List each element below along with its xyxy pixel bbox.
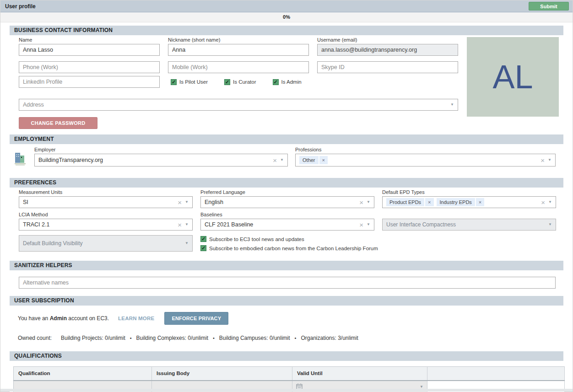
section-business-contact: BUSINESS CONTACT INFORMATION Name Nickna… <box>10 26 563 131</box>
address-select[interactable]: Address ▼ <box>19 99 458 111</box>
checkbox-checked-icon <box>200 236 206 242</box>
col-issuing-body: Issuing Body <box>152 367 292 381</box>
employment-section-header: EMPLOYMENT <box>10 134 563 144</box>
linkedin-profile-input[interactable] <box>19 76 160 88</box>
username-label: Username (email) <box>317 37 458 43</box>
nickname-field-group: Nickname (short name) <box>168 37 309 56</box>
profile-completion-progressbar: 0% <box>0 12 573 22</box>
subscribe-ec3-news-label: Subscribe to EC3 tool news and updates <box>209 236 304 242</box>
avatar-initials: AL <box>492 58 533 96</box>
employment-section-body: Employer BuildingTransparency.org × ▼ Pr… <box>10 144 563 171</box>
employer-label: Employer <box>34 147 288 152</box>
chevron-down-icon[interactable]: ▼ <box>185 200 189 204</box>
preferred-language-value: English <box>205 199 223 205</box>
is-curator-checkbox[interactable]: Is Curator <box>224 79 256 85</box>
phone-work-input[interactable] <box>19 61 160 73</box>
is-pilot-user-label: Is Pilot User <box>179 79 208 85</box>
clear-icon[interactable]: × <box>178 199 182 206</box>
subscription-section-body: You have an Admin account on EC3. LEARN … <box>10 306 563 348</box>
profession-tag: Other × <box>299 156 328 164</box>
qualifications-header-row: Qualification Issuing Body Valid Until <box>14 367 565 381</box>
chevron-down-icon: ▼ <box>185 242 189 245</box>
skype-id-input[interactable] <box>317 61 458 73</box>
chevron-down-icon[interactable]: ▼ <box>367 223 370 226</box>
user-profile-page: User profile Submit 0% BUSINESS CONTACT … <box>0 0 573 392</box>
owned-organizations: Organizations: 3/unlimit <box>290 335 358 341</box>
default-epd-types-label: Default EPD Types <box>382 189 556 195</box>
chevron-down-icon[interactable]: ▼ <box>420 385 423 389</box>
professions-select[interactable]: Other × × ▼ <box>295 154 556 166</box>
enforce-privacy-button[interactable]: ENFORCE PRIVACY <box>164 312 228 325</box>
epd-type-tag: Product EPDs × <box>386 198 434 206</box>
chevron-down-icon[interactable]: ▼ <box>185 223 189 226</box>
measurement-units-value: SI <box>23 199 28 205</box>
ui-compactness-placeholder: User Interface Compactness <box>386 221 456 228</box>
epd-type-tag: Industry EPDs × <box>437 198 485 206</box>
avatar: AL <box>467 37 559 117</box>
chevron-down-icon[interactable]: ▼ <box>548 158 551 162</box>
chevron-down-icon[interactable]: ▼ <box>367 200 370 204</box>
baselines-label: Baselines <box>200 212 374 217</box>
nickname-input[interactable] <box>168 44 309 56</box>
chevron-down-icon[interactable]: ▼ <box>450 103 454 107</box>
lcia-method-label: LCIA Method <box>19 212 193 217</box>
mobile-work-input[interactable] <box>168 61 309 73</box>
is-curator-label: Is Curator <box>233 79 256 85</box>
remove-tag-icon[interactable]: × <box>476 198 484 206</box>
measurement-units-select[interactable]: SI × ▼ <box>19 196 193 208</box>
owned-building-complexes: Building Complexes: 0/unlimit <box>125 335 208 341</box>
professions-field-group: Professions Other × × ▼ <box>295 147 556 166</box>
account-type: Admin <box>50 315 67 322</box>
lcia-method-select[interactable]: TRACI 2.1 × ▼ <box>19 219 193 231</box>
checkbox-checked-icon <box>171 79 177 85</box>
lcia-method-group: LCIA Method TRACI 2.1 × ▼ <box>19 212 193 231</box>
clear-icon[interactable]: × <box>178 221 182 228</box>
building-transparency-logo-icon <box>13 151 27 166</box>
building-visibility-select: Default Building Visibility ▼ <box>19 235 193 252</box>
remove-tag-icon[interactable]: × <box>425 198 433 206</box>
profession-tag-label: Other <box>299 156 319 164</box>
name-input[interactable] <box>19 44 160 56</box>
preferences-section-header: PREFERENCES <box>10 178 563 188</box>
clear-icon[interactable]: × <box>541 157 545 164</box>
name-label: Name <box>19 37 160 43</box>
subscribe-clf-news-checkbox[interactable]: Subscribe to embodied carbon news from t… <box>200 245 556 251</box>
chevron-down-icon[interactable]: ▼ <box>548 200 552 204</box>
subscribe-clf-news-label: Subscribe to embodied carbon news from t… <box>209 246 378 251</box>
preferred-language-select[interactable]: English × ▼ <box>200 196 374 208</box>
username-input <box>317 44 458 56</box>
clear-icon[interactable]: × <box>273 157 277 164</box>
clear-icon[interactable]: × <box>359 221 363 228</box>
submit-button[interactable]: Submit <box>529 2 569 11</box>
subscription-section-header: USER SUBSCRIPTION <box>10 296 563 306</box>
default-epd-types-group: Default EPD Types Product EPDs × Industr… <box>382 189 556 208</box>
default-epd-types-select[interactable]: Product EPDs × Industry EPDs × × ▼ <box>382 196 556 208</box>
epd-type-tag-label: Industry EPDs <box>437 198 475 206</box>
subscribe-ec3-news-checkbox[interactable]: Subscribe to EC3 tool news and updates <box>200 236 556 242</box>
name-field-group: Name <box>19 37 160 56</box>
main-content: BUSINESS CONTACT INFORMATION Name Nickna… <box>0 22 573 392</box>
address-placeholder: Address <box>23 102 44 108</box>
section-employment: EMPLOYMENT Employer BuildingTransp <box>10 134 563 171</box>
baselines-select[interactable]: CLF 2021 Baseline × ▼ <box>200 219 374 231</box>
employer-select[interactable]: BuildingTransparency.org × ▼ <box>34 154 288 166</box>
building-visibility-placeholder: Default Building Visibility <box>23 240 83 247</box>
account-info-row: You have an Admin account on EC3. LEARN … <box>18 312 556 325</box>
account-text-suffix: account on EC3. <box>68 315 109 322</box>
col-actions <box>427 367 565 381</box>
section-preferences: PREFERENCES Measurement Units SI × ▼ <box>10 178 563 257</box>
nickname-label: Nickname (short name) <box>168 37 309 43</box>
change-password-button[interactable]: CHANGE PASSWORD <box>19 117 97 129</box>
clear-icon[interactable]: × <box>359 199 363 206</box>
title-bar: User profile Submit <box>0 0 573 12</box>
owned-count-label: Owned count: <box>18 335 61 341</box>
chevron-down-icon[interactable]: ▼ <box>280 158 284 162</box>
alternative-names-input[interactable] <box>19 277 556 289</box>
is-pilot-user-checkbox[interactable]: Is Pilot User <box>171 79 208 85</box>
remove-tag-icon[interactable]: × <box>319 156 328 164</box>
clear-icon[interactable]: × <box>541 199 545 206</box>
is-admin-checkbox[interactable]: Is Admin <box>273 79 302 85</box>
baselines-value: CLF 2021 Baseline <box>205 221 253 228</box>
learn-more-link[interactable]: LEARN MORE <box>118 316 154 321</box>
section-qualifications: QUALIFICATIONS Qualification Issuing Bod… <box>10 351 563 392</box>
